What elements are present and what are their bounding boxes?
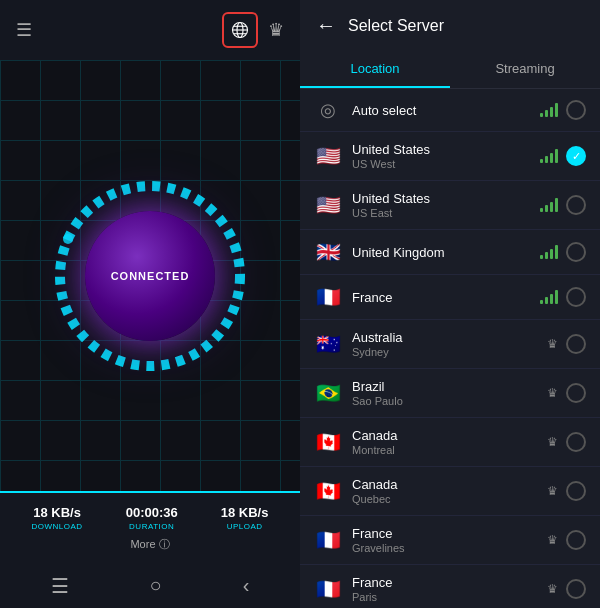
server-subtitle: Montreal (352, 444, 537, 456)
server-name: Canada (352, 428, 537, 443)
server-name: Australia (352, 330, 537, 345)
connected-label: CONNECTED (111, 270, 190, 282)
server-item[interactable]: 🇺🇸United StatesUS East (300, 181, 600, 230)
server-right-area: ♛ (547, 383, 586, 403)
server-select-radio[interactable] (566, 287, 586, 307)
globe-button[interactable] (222, 12, 258, 48)
server-right-area (540, 100, 586, 120)
premium-crown-icon: ♛ (547, 533, 558, 547)
more-button[interactable]: More ⓘ (10, 531, 290, 558)
flag-icon: 🇧🇷 (314, 381, 342, 405)
server-info: FranceGravelines (352, 526, 537, 554)
server-select-radio[interactable] (566, 195, 586, 215)
server-info: France (352, 290, 530, 305)
nav-back-icon[interactable]: ‹ (243, 574, 250, 598)
server-right-area: ♛ (547, 432, 586, 452)
server-list: ◎Auto select🇺🇸United StatesUS West✓🇺🇸Uni… (300, 89, 600, 608)
check-mark-icon: ✓ (572, 150, 581, 163)
server-right-area: ✓ (540, 146, 586, 166)
connection-ring: CONNECTED (50, 176, 250, 376)
server-right-area (540, 242, 586, 262)
bottom-nav: ☰ ○ ‹ (0, 564, 300, 608)
server-item[interactable]: 🇧🇷BrazilSao Paulo♛ (300, 369, 600, 418)
premium-crown-icon: ♛ (547, 582, 558, 596)
server-select-radio[interactable] (566, 334, 586, 354)
server-info: United StatesUS West (352, 142, 530, 170)
left-header: ☰ ♛ (0, 0, 300, 60)
inner-circle[interactable]: CONNECTED (85, 211, 215, 341)
premium-crown-icon: ♛ (547, 337, 558, 351)
server-name: Canada (352, 477, 537, 492)
server-select-radio[interactable] (566, 579, 586, 599)
server-name: United States (352, 142, 530, 157)
signal-bars-icon (540, 198, 558, 212)
server-info: CanadaMontreal (352, 428, 537, 456)
flag-icon: 🇫🇷 (314, 528, 342, 552)
signal-bars-icon (540, 290, 558, 304)
server-right-area: ♛ (547, 481, 586, 501)
right-header: ← Select Server (300, 0, 600, 51)
server-item[interactable]: 🇫🇷France (300, 275, 600, 320)
globe-icon (231, 21, 249, 39)
server-select-radio[interactable]: ✓ (566, 146, 586, 166)
server-item[interactable]: 🇬🇧United Kingdom (300, 230, 600, 275)
server-right-area: ♛ (547, 579, 586, 599)
right-panel-title: Select Server (348, 17, 444, 35)
back-button[interactable]: ← (316, 14, 336, 37)
svg-point-6 (63, 234, 73, 244)
right-panel: ← Select Server Location Streaming ◎Auto… (300, 0, 600, 608)
server-name: Auto select (352, 103, 530, 118)
stats-bar: 18 KB/s DOWNLOAD 00:00:36 DURATION 18 KB… (0, 491, 300, 564)
server-right-area (540, 195, 586, 215)
flag-icon: 🇨🇦 (314, 479, 342, 503)
server-info: United StatesUS East (352, 191, 530, 219)
menu-icon[interactable]: ☰ (16, 19, 32, 41)
flag-icon: 🇦🇺 (314, 332, 342, 356)
premium-crown-icon: ♛ (547, 484, 558, 498)
download-label: DOWNLOAD (32, 522, 83, 531)
server-right-area (540, 287, 586, 307)
server-subtitle: Gravelines (352, 542, 537, 554)
server-name: United Kingdom (352, 245, 530, 260)
tab-location[interactable]: Location (300, 51, 450, 88)
server-subtitle: Quebec (352, 493, 537, 505)
flag-icon: 🇫🇷 (314, 285, 342, 309)
nav-menu-icon[interactable]: ☰ (51, 574, 69, 598)
server-subtitle: Sao Paulo (352, 395, 537, 407)
server-right-area: ♛ (547, 530, 586, 550)
server-name: France (352, 575, 537, 590)
server-select-radio[interactable] (566, 242, 586, 262)
server-select-radio[interactable] (566, 432, 586, 452)
server-select-radio[interactable] (566, 530, 586, 550)
server-info: BrazilSao Paulo (352, 379, 537, 407)
server-item[interactable]: 🇫🇷FranceGravelines♛ (300, 516, 600, 565)
server-name: France (352, 290, 530, 305)
header-icons: ♛ (222, 12, 284, 48)
crown-icon[interactable]: ♛ (268, 19, 284, 41)
server-info: Auto select (352, 103, 530, 118)
upload-value: 18 KB/s (221, 505, 269, 520)
server-item[interactable]: ◎Auto select (300, 89, 600, 132)
server-item[interactable]: 🇨🇦CanadaMontreal♛ (300, 418, 600, 467)
nav-home-icon[interactable]: ○ (150, 574, 162, 598)
server-item[interactable]: 🇫🇷FranceParis♛ (300, 565, 600, 608)
server-select-radio[interactable] (566, 383, 586, 403)
upload-label: UPLOAD (227, 522, 263, 531)
tabs-row: Location Streaming (300, 51, 600, 89)
server-subtitle: Sydney (352, 346, 537, 358)
server-select-radio[interactable] (566, 100, 586, 120)
signal-bars-icon (540, 245, 558, 259)
location-pin-icon: ◎ (314, 99, 342, 121)
server-item[interactable]: 🇦🇺AustraliaSydney♛ (300, 320, 600, 369)
server-item[interactable]: 🇨🇦CanadaQuebec♛ (300, 467, 600, 516)
server-right-area: ♛ (547, 334, 586, 354)
signal-bars-icon (540, 103, 558, 117)
vpn-main-area: CONNECTED (0, 60, 300, 491)
upload-stat: 18 KB/s UPLOAD (221, 505, 269, 531)
server-name: France (352, 526, 537, 541)
tab-streaming[interactable]: Streaming (450, 51, 600, 88)
left-panel: ☰ ♛ (0, 0, 300, 608)
server-select-radio[interactable] (566, 481, 586, 501)
server-item[interactable]: 🇺🇸United StatesUS West✓ (300, 132, 600, 181)
flag-icon: 🇫🇷 (314, 577, 342, 601)
